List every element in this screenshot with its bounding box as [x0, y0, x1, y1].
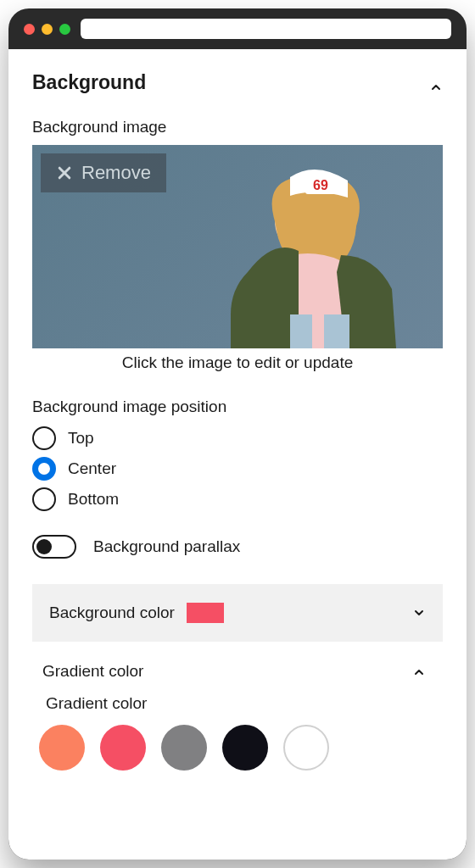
radio-icon — [32, 426, 56, 450]
svg-text:69: 69 — [313, 178, 328, 192]
chevron-up-icon — [412, 665, 426, 678]
remove-image-button[interactable]: Remove — [41, 153, 166, 192]
radio-icon — [32, 487, 56, 511]
color-swatch[interactable] — [100, 725, 146, 771]
chevron-up-icon — [429, 76, 443, 90]
minimize-window-icon[interactable] — [42, 24, 53, 35]
background-image-preview[interactable]: 69 Remove — [32, 145, 443, 348]
device-frame: Background Background image 69 Rem — [8, 8, 467, 860]
background-color-swatch — [187, 603, 224, 623]
maximize-window-icon[interactable] — [59, 24, 70, 35]
radio-label: Center — [68, 459, 116, 478]
background-section-header[interactable]: Background — [32, 71, 443, 94]
preview-illustration: 69 — [197, 145, 434, 348]
color-swatch[interactable] — [222, 725, 268, 771]
remove-button-label: Remove — [81, 162, 151, 184]
window-controls — [24, 24, 70, 35]
parallax-setting: Background parallax — [32, 535, 443, 559]
position-option-top[interactable]: Top — [32, 426, 443, 450]
position-option-center[interactable]: Center — [32, 457, 443, 481]
section-title: Background — [32, 71, 146, 94]
svg-rect-4 — [312, 314, 324, 348]
chevron-down-icon — [412, 606, 426, 620]
radio-label: Bottom — [68, 490, 119, 509]
color-panel-left: Background color — [49, 603, 224, 623]
radio-icon — [32, 457, 56, 481]
radio-label: Top — [68, 429, 94, 448]
color-swatch[interactable] — [283, 725, 329, 771]
close-icon — [56, 164, 73, 181]
parallax-label: Background parallax — [93, 537, 240, 556]
url-bar[interactable] — [81, 19, 451, 39]
gradient-palette — [32, 725, 443, 781]
position-label: Background image position — [32, 398, 443, 416]
settings-panel: Background Background image 69 Rem — [8, 49, 467, 860]
gradient-color-header[interactable]: Gradient color — [32, 655, 443, 694]
color-swatch[interactable] — [161, 725, 207, 771]
background-image-label: Background image — [32, 118, 443, 136]
color-swatch[interactable] — [39, 725, 85, 771]
position-radio-group: Top Center Bottom — [32, 426, 443, 511]
toggle-knob — [36, 539, 52, 554]
parallax-toggle[interactable] — [32, 535, 76, 559]
background-color-panel[interactable]: Background color — [32, 584, 443, 642]
image-edit-caption: Click the image to edit or update — [32, 353, 443, 372]
gradient-palette-label: Gradient color — [32, 694, 443, 713]
gradient-header-label: Gradient color — [42, 662, 143, 681]
window-titlebar — [8, 8, 467, 49]
position-option-bottom[interactable]: Bottom — [32, 487, 443, 511]
background-color-label: Background color — [49, 604, 175, 622]
close-window-icon[interactable] — [24, 24, 35, 35]
